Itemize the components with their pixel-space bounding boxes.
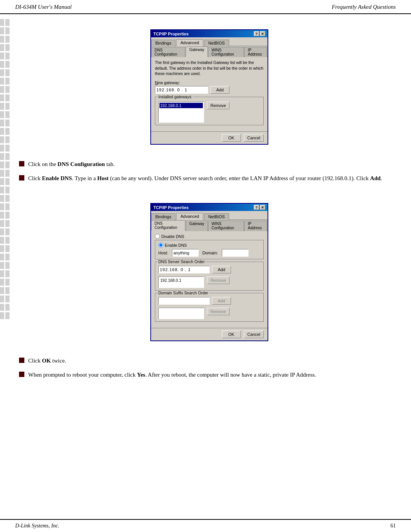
dialog1-tab-netbios[interactable]: NetBIOS bbox=[204, 40, 229, 46]
dialog2-domain-listbox[interactable] bbox=[158, 308, 204, 319]
dialog2-dns-remove-button[interactable]: Remove bbox=[207, 276, 229, 284]
dialog1-tabs-row2: DNS Configuration Gateway WINS Configura… bbox=[151, 46, 268, 57]
bullet-icon-4 bbox=[19, 372, 24, 377]
dialog2-host-domain-row: Host: Domain: bbox=[158, 249, 260, 257]
dialog2-domain-suffix-input[interactable] bbox=[158, 297, 210, 305]
dialog2-tabs-row1: Bindings Advanced NetBIOS bbox=[151, 211, 268, 220]
header-title-left: DI-634M User's Manual bbox=[15, 4, 72, 10]
dialog2-tab-dns-config[interactable]: DNS Configuration bbox=[151, 220, 185, 231]
dialog1-ok-button[interactable]: OK bbox=[222, 134, 241, 142]
dialog1-tab-bindings[interactable]: Bindings bbox=[151, 40, 175, 46]
dialog1-installed-item[interactable]: 192.168.0.1 bbox=[159, 103, 203, 108]
dialog2-cancel-button[interactable]: Cancel bbox=[244, 331, 264, 338]
dialog1-info-text: The first gateway in the Installed Gatew… bbox=[155, 60, 264, 77]
dialog1-remove-button[interactable]: Remove bbox=[207, 102, 229, 109]
footer-page-number: 61 bbox=[390, 523, 396, 529]
dialog2-close-button[interactable]: ✕ bbox=[260, 205, 265, 210]
bullet-text-3: Click OK twice. bbox=[28, 356, 400, 365]
dialog1-window: TCP/IP Properties ? ✕ Bindings Advanced … bbox=[150, 29, 268, 145]
bullet-item-1: Click on the DNS Configuration tab. bbox=[19, 160, 400, 169]
dialog1-installed-group: Installed gateways: 192.168.0.1 Remove bbox=[155, 97, 264, 125]
bullet-icon-2 bbox=[19, 175, 24, 181]
dialog1-tab-ip[interactable]: IP Address bbox=[244, 47, 267, 57]
dialog1-gateway-label: New gateway: bbox=[155, 80, 264, 85]
dialog2-tab-netbios[interactable]: NetBIOS bbox=[204, 213, 229, 220]
dialog1-tab-advanced[interactable]: Advanced bbox=[176, 39, 203, 46]
dialog2-domain-list-row: Remove bbox=[158, 308, 260, 319]
dialog2-body: Disable DNS Enable DNS Host: Domain: bbox=[151, 231, 268, 328]
dialog1-add-button[interactable]: Add bbox=[210, 86, 229, 94]
dialog1-close-button[interactable]: ✕ bbox=[260, 31, 265, 36]
dialog2-dns-server-group: DNS Server Search Order Add 192.168.0.1 … bbox=[155, 262, 264, 291]
dialog1-installed-listbox[interactable]: 192.168.0.1 bbox=[158, 102, 204, 123]
bullet-text-2: Click Enable DNS. Type in a Host (can be… bbox=[28, 174, 400, 183]
dialog1-footer: OK Cancel bbox=[151, 131, 268, 144]
dialog1-cancel-button[interactable]: Cancel bbox=[244, 134, 264, 142]
dialog2-dns-installed-row: 192.168.0.1 Remove bbox=[158, 276, 260, 288]
dialog2-titlebar-buttons: ? ✕ bbox=[254, 205, 265, 210]
dialog1-title: TCP/IP Properties bbox=[153, 32, 189, 36]
dialog2-titlebar: TCP/IP Properties ? ✕ bbox=[151, 204, 268, 211]
dialog2-dns-ip-input[interactable] bbox=[158, 266, 210, 273]
main-content: TCP/IP Properties ? ✕ Bindings Advanced … bbox=[19, 14, 400, 379]
dialog2-domain-input[interactable] bbox=[222, 249, 249, 257]
dialog2-domain-add-row: Add bbox=[158, 297, 260, 305]
dialog2-help-button[interactable]: ? bbox=[254, 205, 259, 210]
dialog1-tab-wins[interactable]: WINS Configuration bbox=[208, 47, 244, 57]
dialog2-domain-suffix-group: Domain Suffix Search Order Add Remove bbox=[155, 293, 264, 322]
header-title-right: Frequently Asked Questions bbox=[332, 4, 396, 10]
dialog2-dns-listbox[interactable]: 192.168.0.1 bbox=[158, 276, 204, 288]
dialog2-tab-wins[interactable]: WINS Configuration bbox=[208, 220, 244, 231]
bullet-item-3: Click OK twice. bbox=[19, 356, 400, 365]
dialog1-installed-label: Installed gateways: bbox=[158, 94, 193, 99]
dialog2-dns-item[interactable]: 192.168.0.1 bbox=[159, 278, 203, 283]
dialog2-domain-suffix-label: Domain Suffix Search Order bbox=[158, 291, 209, 295]
dialog1-titlebar-buttons: ? ✕ bbox=[254, 31, 265, 36]
dialog2-tab-bindings[interactable]: Bindings bbox=[151, 213, 175, 220]
dialog2-dns-add-button[interactable]: Add bbox=[212, 266, 231, 273]
dialog2-title: TCP/IP Properties bbox=[153, 205, 189, 210]
dialog1-help-button[interactable]: ? bbox=[254, 31, 259, 36]
dialog2-dns-ip-row: Add bbox=[158, 266, 260, 273]
dialog2-dns-server-label: DNS Server Search Order bbox=[158, 259, 206, 264]
dialog2-window: TCP/IP Properties ? ✕ Bindings Advanced … bbox=[150, 203, 268, 341]
dialog2-disable-dns-label: Disable DNS bbox=[161, 234, 184, 239]
bullet-text-1: Click on the DNS Configuration tab. bbox=[28, 160, 400, 169]
dialog2-domain-label: Domain: bbox=[202, 251, 218, 255]
bullet-item-2: Click Enable DNS. Type in a Host (can be… bbox=[19, 174, 400, 183]
sidebar-decoration bbox=[0, 19, 11, 513]
dialog2-domain-add-button[interactable]: Add bbox=[212, 297, 231, 305]
dialog2-host-input[interactable] bbox=[172, 249, 199, 257]
dialog2-domain-remove-button[interactable]: Remove bbox=[207, 308, 229, 315]
dialog1-body: The first gateway in the Installed Gatew… bbox=[151, 57, 268, 131]
dialog2-tab-ip[interactable]: IP Address bbox=[244, 220, 267, 231]
bullet-item-4: When prompted to reboot your computer, c… bbox=[19, 371, 400, 379]
dialog1-tabs-row1: Bindings Advanced NetBIOS bbox=[151, 37, 268, 46]
bullet-icon-3 bbox=[19, 358, 24, 363]
footer-company: D-Link Systems, Inc. bbox=[15, 523, 59, 529]
dialog2-disable-dns-row: Disable DNS bbox=[155, 234, 264, 239]
dialog1-tab-dns-config[interactable]: DNS Configuration bbox=[151, 47, 185, 57]
dialog2-enable-dns-radio[interactable] bbox=[158, 243, 163, 248]
dialog2-ok-button[interactable]: OK bbox=[222, 331, 241, 338]
bullet-icon-1 bbox=[19, 161, 24, 166]
dialog2-enable-dns-row: Enable DNS bbox=[158, 243, 260, 248]
dialog1-tab-gateway[interactable]: Gateway bbox=[186, 46, 207, 57]
dialog1-container: TCP/IP Properties ? ✕ Bindings Advanced … bbox=[19, 29, 400, 145]
dialog1-titlebar: TCP/IP Properties ? ✕ bbox=[151, 30, 268, 37]
dialog2-enable-dns-group: Enable DNS Host: Domain: bbox=[155, 240, 264, 259]
dialog1-gateway-input[interactable] bbox=[155, 86, 208, 94]
dialog1-gateway-row: Add bbox=[155, 86, 264, 94]
page-header: DI-634M User's Manual Frequently Asked Q… bbox=[0, 0, 411, 14]
dialog2-footer: OK Cancel bbox=[151, 328, 268, 340]
dialog2-tabs-row2: DNS Configuration Gateway WINS Configura… bbox=[151, 220, 268, 231]
dialog2-container: TCP/IP Properties ? ✕ Bindings Advanced … bbox=[19, 203, 400, 341]
dialog2-tab-gateway[interactable]: Gateway bbox=[186, 220, 207, 231]
dialog2-tab-advanced[interactable]: Advanced bbox=[176, 213, 203, 220]
bullet-text-4: When prompted to reboot your computer, c… bbox=[28, 371, 400, 379]
dialog2-disable-dns-radio[interactable] bbox=[155, 234, 160, 239]
page-footer: D-Link Systems, Inc. 61 bbox=[0, 519, 411, 532]
dialog2-host-label: Host: bbox=[158, 251, 168, 255]
dialog2-enable-dns-label: Enable DNS bbox=[165, 243, 187, 248]
